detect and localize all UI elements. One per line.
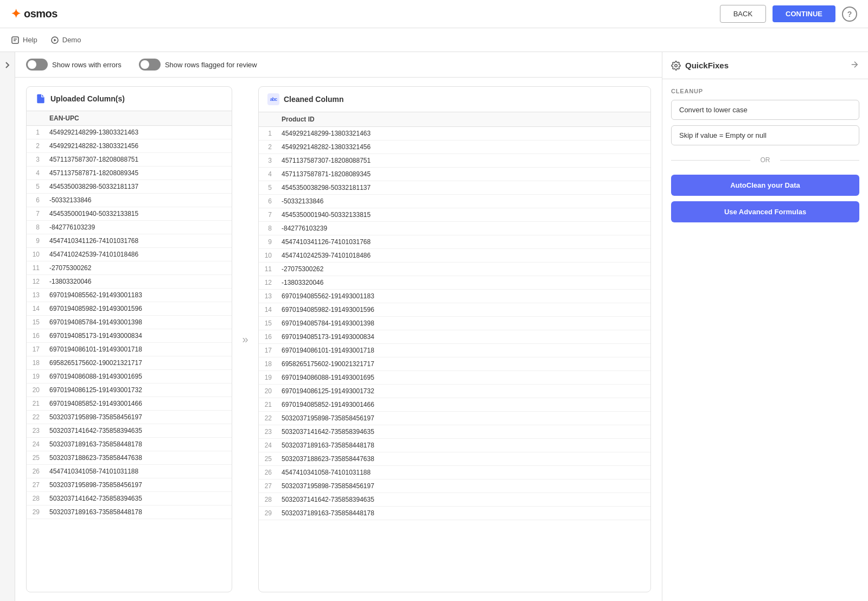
table-row: 245032037189163-735858448178 <box>259 439 650 452</box>
uploaded-value: -27075300262 <box>44 261 232 275</box>
row-number: 23 <box>259 425 276 439</box>
show-review-group: Show rows flagged for review <box>139 59 257 71</box>
row-number: 3 <box>259 154 276 168</box>
help-circle-icon[interactable]: ? <box>842 7 857 22</box>
uploaded-value: 6970194085784-191493001398 <box>44 316 232 329</box>
uploaded-panel: Uploaded Column(s) EAN-UPC 1454929214829… <box>26 86 232 592</box>
nav-left: ✦ osmos <box>11 7 58 21</box>
arrow-separator: » <box>232 86 258 592</box>
sub-nav: Help Demo <box>0 28 868 52</box>
table-row: 104547410242539-74101018486 <box>259 249 650 263</box>
row-number: 15 <box>27 316 44 329</box>
back-button[interactable]: BACK <box>720 5 766 23</box>
row-number: 13 <box>27 289 44 302</box>
show-errors-toggle[interactable] <box>26 59 48 71</box>
qf-chip-skip-empty[interactable]: Skip if value = Empty or null <box>671 125 859 145</box>
cleaned-panel-title: Cleaned Column <box>284 95 343 104</box>
uploaded-value: 4547410341058-74101031188 <box>44 465 232 478</box>
table-row: 12-13803320046 <box>27 275 232 289</box>
cleaned-value: 5032037141642-735858394635 <box>276 493 650 507</box>
cleaned-value: 5032037188623-735858447638 <box>276 452 650 466</box>
table-row: 74545350001940-50332133815 <box>27 207 232 221</box>
svg-point-5 <box>675 64 678 67</box>
row-number: 9 <box>27 234 44 248</box>
uploaded-value: -842776103239 <box>44 221 232 234</box>
uploaded-value: 6958265175602-190021321717 <box>44 356 232 370</box>
row-number: 6 <box>27 194 44 207</box>
cleaned-value: 6970194086088-191493001695 <box>276 371 650 385</box>
sidebar-toggle[interactable] <box>0 52 15 601</box>
table-row: 156970194085784-191493001398 <box>27 316 232 329</box>
table-row: 196970194086088-191493001695 <box>259 371 650 385</box>
uploaded-table-scroll[interactable]: EAN-UPC 14549292148299-13803321463245492… <box>27 111 232 519</box>
subnav-help[interactable]: Help <box>11 36 37 44</box>
subnav-help-label: Help <box>23 36 37 44</box>
table-row: 54545350038298-50332181137 <box>259 181 650 195</box>
qf-title-text: QuickFixes <box>685 61 729 70</box>
cleaned-value: 5032037141642-735858394635 <box>276 425 650 439</box>
row-number: 13 <box>259 290 276 303</box>
row-number: 22 <box>27 411 44 424</box>
cleaned-value: -13803320046 <box>276 276 650 290</box>
subnav-demo-label: Demo <box>62 36 81 44</box>
cleaned-panel: abc Cleaned Column Product ID 1454929214… <box>258 86 651 592</box>
uploaded-value: 5032037195898-735858456197 <box>44 478 232 492</box>
row-number: 29 <box>27 506 44 519</box>
table-row: 285032037141642-735858394635 <box>27 492 232 506</box>
row-number: 24 <box>259 439 276 452</box>
uploaded-value: 5032037189163-735858448178 <box>44 438 232 451</box>
row-number: 26 <box>259 466 276 479</box>
row-number: 12 <box>259 276 276 290</box>
autoclean-button[interactable]: AutoClean your Data <box>671 175 859 196</box>
row-number: 25 <box>259 452 276 466</box>
table-row: 275032037195898-735858456197 <box>27 478 232 492</box>
advanced-formulas-button[interactable]: Use Advanced Formulas <box>671 201 859 222</box>
uploaded-value: 6970194086088-191493001695 <box>44 370 232 383</box>
top-nav: ✦ osmos BACK CONTINUE ? <box>0 0 868 28</box>
cleaned-value: -27075300262 <box>276 263 650 276</box>
qf-title: QuickFixes <box>671 61 729 71</box>
play-icon <box>50 36 59 44</box>
document-icon <box>35 93 46 104</box>
pin-icon[interactable] <box>850 60 859 71</box>
uploaded-value: -50332133846 <box>44 194 232 207</box>
uploaded-table: EAN-UPC 14549292148299-13803321463245492… <box>27 111 232 519</box>
row-number: 6 <box>259 195 276 208</box>
nav-right: BACK CONTINUE ? <box>720 5 857 23</box>
main-content: Show rows with errors Show rows flagged … <box>0 52 868 601</box>
cleaned-value: 4545350038298-50332181137 <box>276 181 650 195</box>
table-row: 8-842776103239 <box>27 221 232 234</box>
table-row: 24549292148282-13803321456 <box>27 139 232 153</box>
show-review-toggle[interactable] <box>139 59 161 71</box>
table-row: 6-50332133846 <box>27 194 232 207</box>
row-number: 8 <box>27 221 44 234</box>
row-number: 15 <box>259 317 276 330</box>
uploaded-value: 4545350038298-50332181137 <box>44 180 232 194</box>
cleaned-panel-header: abc Cleaned Column <box>259 87 650 112</box>
cleaned-value: 6970194085784-191493001398 <box>276 317 650 330</box>
qf-chip-lowercase[interactable]: Convert to lower case <box>671 100 859 120</box>
row-number: 17 <box>27 343 44 356</box>
row-number: 25 <box>27 451 44 465</box>
uploaded-value: 6970194085852-191493001466 <box>44 397 232 411</box>
row-number: 5 <box>27 180 44 194</box>
cleaned-table-scroll[interactable]: Product ID 14549292148299-13803321463245… <box>259 112 650 520</box>
svg-rect-0 <box>12 37 18 43</box>
table-row: 156970194085784-191493001398 <box>259 317 650 330</box>
table-row: 186958265175602-190021321717 <box>27 356 232 370</box>
row-number: 20 <box>259 385 276 398</box>
logo-text: osmos <box>24 8 58 20</box>
cleaned-value: 4549292148282-13803321456 <box>276 140 650 154</box>
show-errors-label: Show rows with errors <box>52 61 122 69</box>
table-row: 146970194085982-191493001596 <box>27 302 232 316</box>
uploaded-row-num-header <box>27 111 44 126</box>
row-number: 10 <box>259 249 276 263</box>
subnav-demo[interactable]: Demo <box>50 36 81 44</box>
row-number: 19 <box>259 371 276 385</box>
continue-button[interactable]: CONTINUE <box>773 5 835 22</box>
row-number: 26 <box>27 465 44 478</box>
uploaded-value: 4547410341126-74101031768 <box>44 234 232 248</box>
table-row: 216970194085852-191493001466 <box>27 397 232 411</box>
row-number: 21 <box>27 397 44 411</box>
table-row: 176970194086101-191493001718 <box>27 343 232 356</box>
